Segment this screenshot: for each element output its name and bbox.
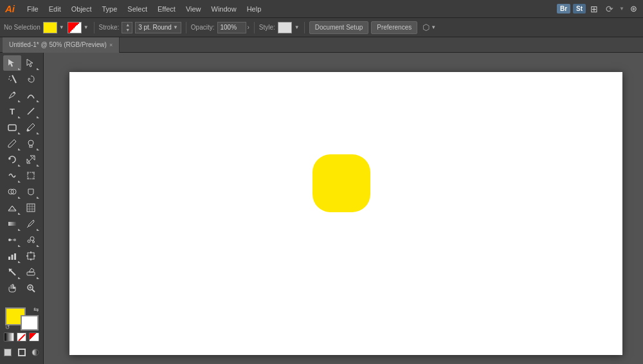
arrow-tool[interactable]	[3, 55, 21, 71]
sync-icon[interactable]: ⟳	[602, 3, 617, 15]
layout-icon[interactable]: ⊞	[587, 3, 601, 15]
svg-line-24	[12, 206, 16, 211]
menu-file[interactable]: File	[23, 3, 43, 15]
zoom-tool[interactable]	[22, 280, 40, 296]
stroke-stepper[interactable]: ▲ ▼	[125, 23, 130, 33]
bridge-icon[interactable]: Br	[557, 4, 570, 14]
svg-line-52	[32, 289, 35, 292]
none-mode-button[interactable]	[17, 332, 27, 341]
stroke-icon[interactable]	[15, 345, 28, 360]
menu-effect[interactable]: Effect	[153, 3, 180, 15]
tool-row-magic	[1, 71, 42, 87]
pen-tool[interactable]	[3, 87, 21, 103]
svg-line-32	[27, 226, 28, 228]
fill-chevron[interactable]: ▼	[59, 24, 65, 30]
artboard-tool[interactable]	[22, 248, 40, 264]
live-paint-bucket-tool[interactable]	[22, 184, 40, 199]
chevron-down-icon[interactable]: ▼	[618, 5, 626, 13]
gradient-icon-small[interactable]	[29, 345, 42, 360]
canvas-area[interactable]	[44, 53, 643, 364]
blob-brush-tool[interactable]	[22, 136, 40, 151]
rotate-tool[interactable]	[3, 152, 21, 167]
rectangle-tool[interactable]	[3, 120, 21, 135]
stroke-none-mode-button[interactable]	[29, 332, 39, 341]
mesh-tool[interactable]	[22, 200, 40, 215]
background-color[interactable]	[21, 315, 39, 331]
stroke-type-dropdown[interactable]: 3 pt. Round ▼	[135, 22, 181, 33]
hand-tool[interactable]	[3, 280, 21, 296]
tool-row-slice	[1, 264, 42, 280]
style-label: Style:	[259, 24, 275, 31]
stock-icon[interactable]: St	[573, 4, 586, 14]
svg-rect-26	[27, 204, 35, 212]
opacity-area: 100% ›	[217, 22, 249, 33]
fill-icon[interactable]	[1, 345, 14, 360]
svg-line-14	[28, 156, 34, 163]
svg-marker-12	[27, 159, 30, 163]
svg-rect-39	[8, 257, 10, 260]
tool-row-graph	[1, 248, 42, 264]
opacity-expand-chevron[interactable]: ›	[248, 24, 249, 31]
menu-help[interactable]: Help	[242, 3, 266, 15]
curvature-tool[interactable]	[22, 87, 40, 103]
stroke-type-chevron[interactable]: ▼	[173, 24, 178, 30]
slice-tool[interactable]	[3, 264, 21, 280]
menu-object[interactable]: Object	[67, 3, 96, 15]
blend-tool[interactable]	[3, 232, 21, 248]
style-swatch[interactable]	[278, 22, 292, 33]
menu-view[interactable]: View	[181, 3, 206, 15]
menu-edit[interactable]: Edit	[44, 3, 66, 15]
stroke-up-arrow[interactable]: ▲	[125, 23, 130, 28]
fill-color-swatch[interactable]	[43, 22, 57, 33]
stroke-type-value: 3 pt. Round	[138, 24, 172, 31]
stroke-chevron[interactable]: ▼	[83, 24, 89, 30]
line-tool[interactable]	[22, 104, 40, 119]
shape-builder-tool[interactable]	[3, 184, 21, 199]
eraser-tool[interactable]	[22, 264, 40, 280]
menu-select[interactable]: Select	[123, 3, 152, 15]
svg-rect-18	[27, 177, 29, 179]
yellow-rounded-rectangle[interactable]	[312, 154, 370, 212]
svg-rect-19	[33, 177, 35, 179]
lasso-tool[interactable]	[22, 71, 40, 87]
scale-tool[interactable]	[22, 152, 40, 167]
direct-select-tool[interactable]	[22, 55, 40, 71]
tab-close-button[interactable]: ×	[109, 42, 113, 48]
stroke-input-area[interactable]: ▲ ▼	[122, 22, 132, 33]
svg-rect-17	[33, 172, 35, 174]
type-tool[interactable]: T	[3, 104, 21, 119]
menu-window[interactable]: Window	[207, 3, 241, 15]
opacity-value-box[interactable]: 100%	[217, 22, 246, 33]
magic-wand-tool[interactable]	[3, 71, 21, 87]
paintbrush-tool[interactable]	[22, 120, 40, 135]
gradient-tool[interactable]	[3, 216, 21, 232]
arrange-chevron[interactable]: ▼	[431, 24, 436, 30]
warp-tool[interactable]	[3, 168, 21, 183]
gradient-mode-button[interactable]	[4, 332, 14, 341]
document-setup-button[interactable]: Document Setup	[309, 21, 369, 34]
free-transform-tool[interactable]	[22, 168, 40, 183]
pencil-tool[interactable]	[3, 136, 21, 151]
document-canvas[interactable]	[69, 72, 622, 355]
reset-colors-icon[interactable]: ↺	[5, 324, 10, 331]
symbol-sprayer-tool[interactable]	[22, 232, 40, 248]
tool-row-pen	[1, 87, 42, 103]
stroke-color-swatch[interactable]	[68, 22, 82, 33]
stroke-down-arrow[interactable]: ▼	[125, 28, 130, 33]
arrange-left-icon[interactable]: ⬡	[422, 23, 430, 32]
arrange-icon[interactable]: ⊛	[627, 3, 640, 15]
perspective-grid-tool[interactable]	[3, 200, 21, 215]
svg-line-5	[10, 80, 12, 81]
preferences-button[interactable]: Preferences	[371, 21, 417, 34]
arrange-icons: ⬡ ▼	[422, 23, 436, 32]
svg-rect-56	[5, 349, 11, 356]
menubar: Ai File Edit Object Type Select Effect V…	[0, 0, 643, 18]
tabbar: Untitled-1* @ 50% (RGB/Preview) ×	[0, 37, 643, 53]
document-tab[interactable]: Untitled-1* @ 50% (RGB/Preview) ×	[3, 37, 120, 53]
column-graph-tool[interactable]	[3, 248, 21, 264]
stroke-label: Stroke:	[99, 24, 120, 31]
style-chevron[interactable]: ▼	[294, 24, 300, 30]
menu-type[interactable]: Type	[98, 3, 122, 15]
eyedropper-tool[interactable]	[22, 216, 40, 232]
swap-colors-icon[interactable]: ⇆	[33, 306, 39, 313]
